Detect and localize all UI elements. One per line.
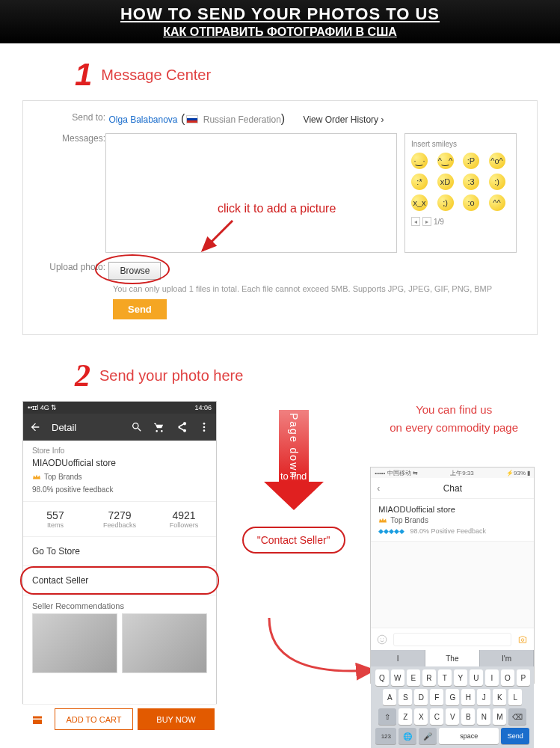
phones-area: ••ɪɪl 4G ⇅ 14:06 Detail Store Info MIAOD… xyxy=(22,401,538,734)
key[interactable]: V xyxy=(446,708,459,725)
header-title-en: HOW TO SEND YOUR PHOTOS TO US xyxy=(0,4,560,24)
key[interactable]: J xyxy=(477,689,490,705)
status-signal: ••ɪɪl 4G ⇅ xyxy=(28,404,57,411)
key[interactable]: A xyxy=(383,689,396,705)
pager-prev-icon[interactable]: ◂ xyxy=(411,217,420,226)
chat-topbar: ‹ Chat xyxy=(371,478,534,499)
key[interactable]: Q xyxy=(375,669,389,686)
key[interactable]: O xyxy=(501,669,514,686)
svg-point-2 xyxy=(203,429,206,432)
key[interactable]: H xyxy=(461,689,475,705)
smiley-icon[interactable]: ;) xyxy=(437,194,454,211)
stat-followers[interactable]: 4921Followers xyxy=(152,509,216,529)
smiley-icon[interactable]: :o xyxy=(463,194,479,211)
pager-next-icon[interactable]: ▸ xyxy=(422,217,431,226)
smileys-title: Insert smileys xyxy=(411,140,510,148)
chat-text-input[interactable] xyxy=(393,633,511,646)
message-center-panel: Send to: Olga Balabanova ( Russian Feder… xyxy=(22,100,538,335)
keyboard-send-key[interactable]: Send xyxy=(501,728,529,744)
key[interactable]: T xyxy=(438,669,452,686)
keyboard-suggestions: I The I'm xyxy=(371,650,534,666)
add-to-cart-button[interactable]: ADD TO CART xyxy=(55,708,133,730)
more-icon[interactable] xyxy=(198,421,210,433)
send-button[interactable]: Send xyxy=(113,299,167,319)
suggestion[interactable]: I'm xyxy=(480,650,535,666)
buy-now-button[interactable]: BUY NOW xyxy=(138,708,215,730)
step1-number: 1 xyxy=(75,57,92,93)
positive-feedback: 98.0% positive feedback xyxy=(23,485,216,501)
chat-body[interactable] xyxy=(371,542,534,628)
recipient-country: Russian Federation xyxy=(203,114,281,125)
stat-feedbacks[interactable]: 7279Feedbacks xyxy=(87,509,152,529)
key[interactable]: Y xyxy=(454,669,467,686)
back-arrow-icon[interactable] xyxy=(29,421,41,433)
key[interactable]: F xyxy=(430,689,443,705)
product-thumbnail[interactable] xyxy=(32,613,117,673)
smiley-icon[interactable]: ·‿· xyxy=(411,153,428,169)
smiley-icon[interactable]: :* xyxy=(411,174,428,190)
step1-heading: 1 Message Center xyxy=(75,57,560,93)
step1-title: Message Center xyxy=(101,67,211,84)
stat-items[interactable]: 557Items xyxy=(23,509,87,529)
recommendation-images xyxy=(23,613,216,673)
step2-number: 2 xyxy=(75,358,90,393)
share-icon[interactable] xyxy=(176,421,188,433)
smiley-icon[interactable]: :P xyxy=(463,153,479,169)
suggestion[interactable]: I xyxy=(371,650,425,666)
svg-point-1 xyxy=(203,426,206,429)
key[interactable]: C xyxy=(430,708,443,725)
key[interactable]: E xyxy=(407,669,420,686)
smiley-icon[interactable]: ^‿^ xyxy=(437,153,454,169)
suggestion[interactable]: The xyxy=(425,650,480,666)
status-time: 上午9:33 xyxy=(450,469,474,477)
key[interactable]: M xyxy=(493,708,506,725)
go-to-store-link[interactable]: Go To Store xyxy=(23,537,216,566)
key[interactable]: Z xyxy=(399,708,412,725)
step2-title: Send your photo here xyxy=(99,367,243,384)
key[interactable]: K xyxy=(493,689,506,705)
view-order-history-link[interactable]: View Order History › xyxy=(304,114,384,125)
smiley-icon[interactable]: ^^ xyxy=(489,194,505,211)
globe-key[interactable]: 🌐 xyxy=(399,728,416,744)
shift-key[interactable]: ⇧ xyxy=(378,708,396,725)
search-icon[interactable] xyxy=(131,421,143,433)
camera-icon[interactable] xyxy=(517,634,528,645)
smiley-icon[interactable]: :3 xyxy=(463,174,479,190)
key[interactable]: G xyxy=(446,689,459,705)
browse-button[interactable]: Browse xyxy=(108,262,161,280)
phone-screenshot-chat: ••••• 中国移动 ⇆ 上午9:33 ⚡93% ▮ ‹ Chat MIAODU… xyxy=(370,467,535,684)
smiley-icon[interactable]: ^o^ xyxy=(489,153,505,169)
mic-key[interactable]: 🎤 xyxy=(419,728,437,744)
cart-icon[interactable] xyxy=(153,421,165,433)
key[interactable]: D xyxy=(414,689,428,705)
product-thumbnail[interactable] xyxy=(122,613,207,673)
store-stats: 557Items 7279Feedbacks 4921Followers xyxy=(23,501,216,537)
key[interactable]: S xyxy=(399,689,412,705)
numbers-key[interactable]: 123 xyxy=(375,728,396,744)
smiley-icon[interactable]: :) xyxy=(489,174,505,190)
key[interactable]: U xyxy=(470,669,483,686)
top-brands-badge: Top Brands xyxy=(23,473,216,485)
smileys-pager: ◂ ▸ 1/9 xyxy=(411,217,510,226)
key[interactable]: N xyxy=(477,708,490,725)
store-icon[interactable] xyxy=(22,705,52,734)
smiley-icon[interactable]: xD xyxy=(437,174,454,190)
key[interactable]: X xyxy=(414,708,428,725)
emoji-icon[interactable] xyxy=(377,634,387,645)
svg-point-4 xyxy=(381,638,381,639)
key[interactable]: W xyxy=(391,669,404,686)
key[interactable]: P xyxy=(517,669,530,686)
key[interactable]: R xyxy=(422,669,436,686)
chat-input-row xyxy=(371,628,534,650)
key[interactable]: I xyxy=(485,669,499,686)
message-textarea[interactable] xyxy=(105,133,397,253)
space-key[interactable]: space xyxy=(439,728,499,744)
recipient-name[interactable]: Olga Balabanova xyxy=(108,114,177,125)
svg-point-5 xyxy=(383,638,384,639)
smiley-icon[interactable]: x_x xyxy=(411,194,428,211)
key[interactable]: L xyxy=(508,689,522,705)
key[interactable]: B xyxy=(461,708,475,725)
backspace-key[interactable]: ⌫ xyxy=(508,708,526,725)
contact-seller-link[interactable]: Contact Seller xyxy=(23,566,216,595)
back-chevron-icon[interactable]: ‹ xyxy=(377,483,380,494)
